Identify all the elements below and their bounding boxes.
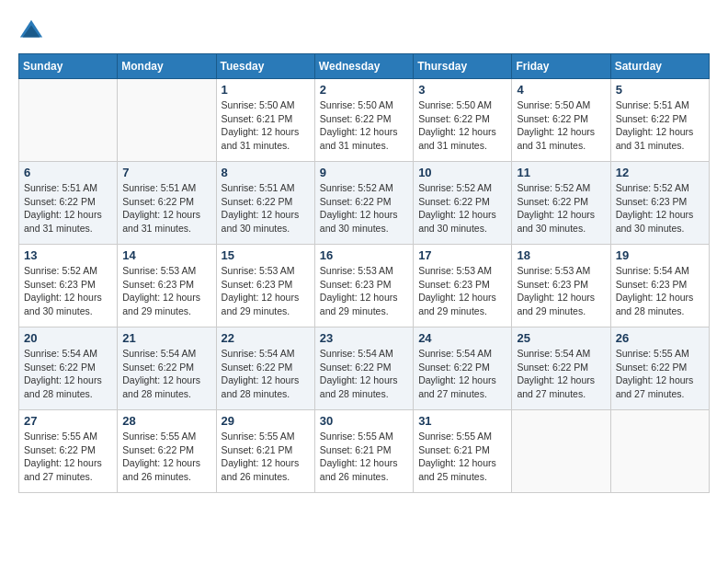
day-info: Sunrise: 5:54 AM Sunset: 6:22 PM Dayligh… — [320, 347, 408, 401]
day-number: 18 — [517, 248, 605, 262]
day-info: Sunrise: 5:53 AM Sunset: 6:23 PM Dayligh… — [222, 264, 310, 318]
calendar-cell: 2Sunrise: 5:50 AM Sunset: 6:22 PM Daylig… — [314, 79, 413, 162]
day-info: Sunrise: 5:51 AM Sunset: 6:22 PM Dayligh… — [616, 98, 704, 153]
day-info: Sunrise: 5:55 AM Sunset: 6:22 PM Dayligh… — [122, 430, 210, 484]
weekday-header: Monday — [118, 54, 216, 79]
day-number: 29 — [222, 414, 310, 428]
calendar-cell — [19, 79, 118, 162]
calendar-cell: 10Sunrise: 5:52 AM Sunset: 6:22 PM Dayli… — [414, 162, 512, 245]
day-number: 4 — [517, 83, 605, 97]
day-number: 11 — [517, 166, 605, 179]
weekday-header: Friday — [512, 54, 610, 79]
calendar-cell: 17Sunrise: 5:53 AM Sunset: 6:23 PM Dayli… — [414, 245, 512, 327]
calendar-cell: 22Sunrise: 5:54 AM Sunset: 6:22 PM Dayli… — [216, 327, 314, 410]
weekday-header-row: SundayMondayTuesdayWednesdayThursdayFrid… — [19, 54, 710, 79]
calendar-cell: 28Sunrise: 5:55 AM Sunset: 6:22 PM Dayli… — [118, 410, 216, 493]
day-info: Sunrise: 5:50 AM Sunset: 6:22 PM Dayligh… — [418, 98, 506, 153]
logo-icon — [18, 18, 44, 44]
day-number: 27 — [24, 414, 112, 428]
calendar-cell — [512, 410, 610, 493]
logo — [18, 18, 48, 44]
day-info: Sunrise: 5:54 AM Sunset: 6:23 PM Dayligh… — [616, 264, 704, 318]
day-info: Sunrise: 5:51 AM Sunset: 6:22 PM Dayligh… — [24, 181, 112, 236]
calendar-cell: 29Sunrise: 5:55 AM Sunset: 6:21 PM Dayli… — [216, 410, 314, 493]
calendar-cell: 12Sunrise: 5:52 AM Sunset: 6:23 PM Dayli… — [610, 162, 709, 245]
day-number: 15 — [222, 248, 310, 262]
calendar-cell: 6Sunrise: 5:51 AM Sunset: 6:22 PM Daylig… — [19, 162, 118, 245]
calendar-week-row: 1Sunrise: 5:50 AM Sunset: 6:21 PM Daylig… — [19, 79, 710, 162]
day-number: 22 — [222, 331, 310, 345]
day-number: 16 — [320, 248, 408, 262]
calendar-week-row: 27Sunrise: 5:55 AM Sunset: 6:22 PM Dayli… — [19, 410, 710, 493]
day-number: 30 — [320, 414, 408, 428]
day-number: 5 — [616, 83, 704, 97]
day-info: Sunrise: 5:52 AM Sunset: 6:22 PM Dayligh… — [320, 181, 408, 236]
page-header — [18, 18, 710, 44]
calendar-cell: 30Sunrise: 5:55 AM Sunset: 6:21 PM Dayli… — [314, 410, 413, 493]
calendar-week-row: 6Sunrise: 5:51 AM Sunset: 6:22 PM Daylig… — [19, 162, 710, 245]
calendar-cell: 21Sunrise: 5:54 AM Sunset: 6:22 PM Dayli… — [118, 327, 216, 410]
day-info: Sunrise: 5:50 AM Sunset: 6:22 PM Dayligh… — [517, 98, 605, 153]
day-number: 20 — [24, 331, 112, 345]
calendar-cell — [118, 79, 216, 162]
day-info: Sunrise: 5:53 AM Sunset: 6:23 PM Dayligh… — [122, 264, 210, 318]
day-info: Sunrise: 5:53 AM Sunset: 6:23 PM Dayligh… — [320, 264, 408, 318]
day-info: Sunrise: 5:54 AM Sunset: 6:22 PM Dayligh… — [24, 347, 112, 401]
day-number: 21 — [122, 331, 210, 345]
calendar-cell: 20Sunrise: 5:54 AM Sunset: 6:22 PM Dayli… — [19, 327, 118, 410]
calendar-cell: 3Sunrise: 5:50 AM Sunset: 6:22 PM Daylig… — [414, 79, 512, 162]
calendar-cell: 1Sunrise: 5:50 AM Sunset: 6:21 PM Daylig… — [216, 79, 314, 162]
day-info: Sunrise: 5:55 AM Sunset: 6:21 PM Dayligh… — [222, 430, 310, 484]
day-info: Sunrise: 5:52 AM Sunset: 6:22 PM Dayligh… — [517, 181, 605, 236]
day-info: Sunrise: 5:53 AM Sunset: 6:23 PM Dayligh… — [517, 264, 605, 318]
weekday-header: Tuesday — [216, 54, 314, 79]
day-info: Sunrise: 5:51 AM Sunset: 6:22 PM Dayligh… — [122, 181, 210, 236]
day-number: 3 — [418, 83, 506, 97]
day-info: Sunrise: 5:55 AM Sunset: 6:21 PM Dayligh… — [418, 430, 506, 484]
day-number: 6 — [24, 166, 112, 179]
day-info: Sunrise: 5:50 AM Sunset: 6:22 PM Dayligh… — [320, 98, 408, 153]
weekday-header: Wednesday — [314, 54, 413, 79]
calendar-cell: 18Sunrise: 5:53 AM Sunset: 6:23 PM Dayli… — [512, 245, 610, 327]
calendar-cell: 11Sunrise: 5:52 AM Sunset: 6:22 PM Dayli… — [512, 162, 610, 245]
day-info: Sunrise: 5:52 AM Sunset: 6:23 PM Dayligh… — [616, 181, 704, 236]
day-number: 1 — [222, 83, 310, 97]
day-info: Sunrise: 5:52 AM Sunset: 6:23 PM Dayligh… — [24, 264, 112, 318]
weekday-header: Sunday — [19, 54, 118, 79]
day-number: 13 — [24, 248, 112, 262]
day-info: Sunrise: 5:55 AM Sunset: 6:21 PM Dayligh… — [320, 430, 408, 484]
calendar-cell: 5Sunrise: 5:51 AM Sunset: 6:22 PM Daylig… — [610, 79, 709, 162]
day-number: 26 — [616, 331, 704, 345]
day-number: 7 — [122, 166, 210, 179]
day-number: 14 — [122, 248, 210, 262]
day-info: Sunrise: 5:53 AM Sunset: 6:23 PM Dayligh… — [418, 264, 506, 318]
calendar-cell: 23Sunrise: 5:54 AM Sunset: 6:22 PM Dayli… — [314, 327, 413, 410]
day-info: Sunrise: 5:50 AM Sunset: 6:21 PM Dayligh… — [222, 98, 310, 153]
calendar-cell: 25Sunrise: 5:54 AM Sunset: 6:22 PM Dayli… — [512, 327, 610, 410]
calendar-table: SundayMondayTuesdayWednesdayThursdayFrid… — [18, 53, 710, 493]
weekday-header: Thursday — [414, 54, 512, 79]
weekday-header: Saturday — [610, 54, 709, 79]
day-number: 8 — [222, 166, 310, 179]
day-number: 17 — [418, 248, 506, 262]
day-info: Sunrise: 5:51 AM Sunset: 6:22 PM Dayligh… — [222, 181, 310, 236]
day-number: 9 — [320, 166, 408, 179]
day-number: 10 — [418, 166, 506, 179]
day-info: Sunrise: 5:55 AM Sunset: 6:22 PM Dayligh… — [24, 430, 112, 484]
day-info: Sunrise: 5:54 AM Sunset: 6:22 PM Dayligh… — [517, 347, 605, 401]
day-info: Sunrise: 5:54 AM Sunset: 6:22 PM Dayligh… — [418, 347, 506, 401]
calendar-cell: 9Sunrise: 5:52 AM Sunset: 6:22 PM Daylig… — [314, 162, 413, 245]
day-number: 19 — [616, 248, 704, 262]
day-info: Sunrise: 5:54 AM Sunset: 6:22 PM Dayligh… — [222, 347, 310, 401]
day-number: 25 — [517, 331, 605, 345]
day-number: 24 — [418, 331, 506, 345]
calendar-cell: 27Sunrise: 5:55 AM Sunset: 6:22 PM Dayli… — [19, 410, 118, 493]
calendar-cell: 7Sunrise: 5:51 AM Sunset: 6:22 PM Daylig… — [118, 162, 216, 245]
calendar-cell — [610, 410, 709, 493]
calendar-cell: 19Sunrise: 5:54 AM Sunset: 6:23 PM Dayli… — [610, 245, 709, 327]
calendar-cell: 16Sunrise: 5:53 AM Sunset: 6:23 PM Dayli… — [314, 245, 413, 327]
calendar-cell: 15Sunrise: 5:53 AM Sunset: 6:23 PM Dayli… — [216, 245, 314, 327]
calendar-cell: 31Sunrise: 5:55 AM Sunset: 6:21 PM Dayli… — [414, 410, 512, 493]
day-info: Sunrise: 5:55 AM Sunset: 6:22 PM Dayligh… — [616, 347, 704, 401]
calendar-cell: 4Sunrise: 5:50 AM Sunset: 6:22 PM Daylig… — [512, 79, 610, 162]
